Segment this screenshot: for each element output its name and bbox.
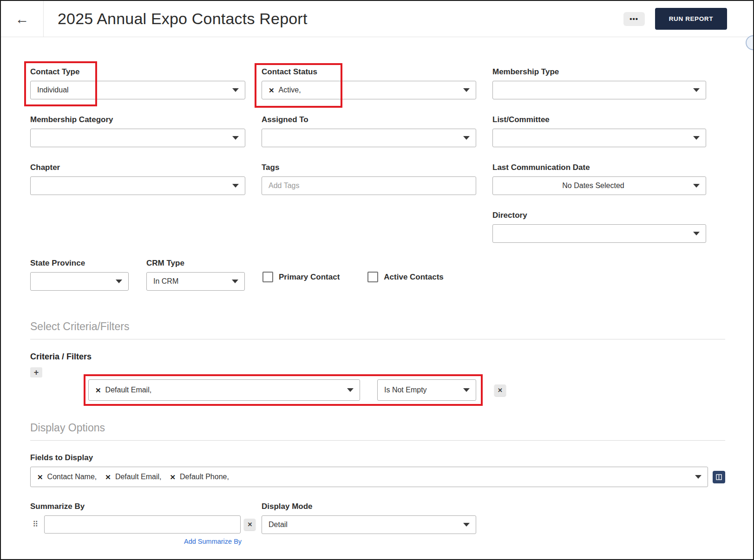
remove-chip-icon[interactable]: ✕ — [170, 474, 176, 481]
summarize-by-block: Summarize By ⠿ ✕ Add Summarize By — [30, 502, 262, 546]
remove-chip-icon[interactable]: ✕ — [105, 474, 111, 481]
fields-to-display-label: Fields to Display — [30, 453, 725, 462]
membership-type-dropdown[interactable] — [492, 81, 706, 99]
last-communication-date-dropdown[interactable]: No Dates Selected — [492, 176, 706, 195]
secondary-filters-row: State Province CRM Type In CRM Primary C… — [30, 259, 725, 291]
fields-to-display-row: ✕ Contact Name, ✕ Default Email, ✕ Defau… — [30, 467, 725, 487]
chevron-down-icon — [232, 280, 238, 283]
filters-grid: Contact Type Individual Contact Status ✕… — [30, 67, 725, 243]
chevron-down-icon — [463, 88, 470, 92]
chevron-down-icon — [347, 388, 354, 392]
chevron-down-icon — [693, 88, 700, 92]
membership-type-label: Membership Type — [492, 67, 706, 77]
plus-icon: + — [34, 368, 39, 378]
contact-status-value: Active, — [279, 86, 301, 94]
summarize-controls: ⠿ ✕ — [30, 515, 262, 534]
back-arrow-icon: ← — [15, 11, 29, 27]
page-title: 2025 Annual Expo Contacts Report — [58, 10, 308, 28]
chevron-down-icon — [463, 136, 470, 140]
chevron-down-icon — [463, 388, 470, 392]
field-chip[interactable]: ✕ Default Email, — [105, 473, 161, 481]
back-button[interactable]: ← — [1, 1, 44, 37]
state-province-dropdown[interactable] — [30, 272, 129, 291]
chevron-down-icon — [463, 523, 470, 527]
contact-type-value: Individual — [37, 86, 69, 94]
drag-handle-icon[interactable]: ⠿ — [33, 521, 38, 528]
display-mode-dropdown[interactable]: Detail — [262, 515, 476, 534]
chevron-down-icon — [693, 184, 700, 188]
header-actions: ••• RUN REPORT — [623, 8, 753, 30]
contact-type-dropdown[interactable]: Individual — [30, 81, 245, 99]
header: ← 2025 Annual Expo Contacts Report ••• R… — [1, 1, 753, 37]
last-communication-date-label: Last Communication Date — [492, 163, 706, 172]
membership-category-group: Membership Category — [30, 115, 245, 147]
floating-widget-partial[interactable] — [746, 35, 754, 50]
criteria-filters-label: Criteria / Filters — [30, 352, 725, 362]
close-icon: ✕ — [248, 521, 253, 528]
display-options-heading: Display Options — [30, 422, 725, 441]
primary-contact-checkbox-group[interactable]: Primary Contact — [262, 259, 340, 282]
field-chip[interactable]: ✕ Contact Name, — [37, 473, 97, 481]
chevron-down-icon — [232, 88, 239, 92]
bottom-row: Summarize By ⠿ ✕ Add Summarize By Displa… — [30, 502, 725, 546]
membership-category-label: Membership Category — [30, 115, 245, 124]
close-icon: ✕ — [498, 387, 503, 394]
contact-status-dropdown[interactable]: ✕ Active, — [262, 81, 476, 99]
remove-chip-icon[interactable]: ✕ — [95, 387, 101, 394]
active-contacts-checkbox-group[interactable]: Active Contacts — [367, 259, 443, 282]
active-contacts-label: Active Contacts — [384, 273, 443, 282]
last-communication-date-value: No Dates Selected — [562, 182, 624, 190]
crm-type-value: In CRM — [153, 277, 178, 286]
membership-category-dropdown[interactable] — [30, 129, 245, 147]
columns-icon — [716, 474, 722, 480]
remove-chip-icon[interactable]: ✕ — [269, 87, 275, 94]
add-summarize-by-link[interactable]: Add Summarize By — [184, 538, 242, 545]
add-criteria-button[interactable]: + — [30, 367, 42, 378]
chapter-group: Chapter — [30, 163, 245, 195]
main-content: Contact Type Individual Contact Status ✕… — [1, 67, 753, 546]
criteria-operator-value: Is Not Empty — [384, 386, 427, 394]
contact-status-chip[interactable]: ✕ Active, — [269, 86, 301, 94]
criteria-operator-dropdown[interactable]: Is Not Empty — [377, 379, 476, 401]
display-mode-block: Display Mode Detail — [262, 502, 476, 546]
criteria-field-chip[interactable]: ✕ Default Email, — [95, 386, 151, 394]
remove-criteria-button[interactable]: ✕ — [494, 384, 506, 396]
remove-chip-icon[interactable]: ✕ — [37, 474, 43, 481]
chevron-down-icon — [116, 280, 122, 283]
criteria-field-dropdown[interactable]: ✕ Default Email, — [88, 379, 360, 401]
criteria-section-heading: Select Criteria/Filters — [30, 320, 725, 339]
state-province-label: State Province — [30, 259, 129, 268]
chevron-down-icon — [693, 136, 700, 140]
field-chip[interactable]: ✕ Default Phone, — [170, 473, 229, 481]
crm-type-label: CRM Type — [146, 259, 245, 268]
run-report-button[interactable]: RUN REPORT — [655, 8, 727, 30]
primary-contact-label: Primary Contact — [279, 273, 340, 282]
chapter-dropdown[interactable] — [30, 176, 245, 195]
display-mode-value: Detail — [269, 521, 288, 529]
summarize-by-input[interactable] — [44, 515, 241, 534]
assigned-to-dropdown[interactable] — [262, 129, 476, 147]
membership-type-group: Membership Type — [492, 67, 706, 99]
criteria-field-value: Default Email, — [105, 386, 152, 394]
directory-group: Directory — [492, 211, 706, 243]
chevron-down-icon — [695, 475, 702, 479]
list-committee-group: List/Committee — [492, 115, 706, 147]
list-committee-dropdown[interactable] — [492, 129, 706, 147]
tags-group: Tags — [262, 163, 476, 195]
directory-dropdown[interactable] — [492, 224, 706, 243]
fields-to-display-dropdown[interactable]: ✕ Contact Name, ✕ Default Email, ✕ Defau… — [30, 467, 708, 487]
more-options-button[interactable]: ••• — [623, 12, 645, 26]
tags-input[interactable] — [262, 176, 476, 195]
contact-status-label: Contact Status — [262, 67, 476, 77]
column-settings-button[interactable] — [713, 471, 725, 483]
active-contacts-checkbox[interactable] — [367, 272, 378, 282]
contact-type-group: Contact Type Individual — [30, 67, 245, 99]
list-committee-label: List/Committee — [492, 115, 706, 124]
clear-summarize-button[interactable]: ✕ — [244, 519, 256, 530]
crm-type-dropdown[interactable]: In CRM — [146, 272, 245, 291]
summarize-by-label: Summarize By — [30, 502, 262, 511]
primary-contact-checkbox[interactable] — [262, 272, 273, 282]
tags-label: Tags — [262, 163, 476, 172]
field-chip-value: Default Phone, — [180, 473, 229, 481]
directory-label: Directory — [492, 211, 706, 220]
